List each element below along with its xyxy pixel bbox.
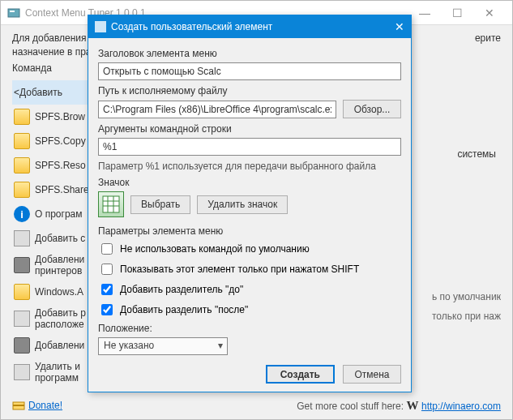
position-label: Положение:: [98, 323, 401, 334]
create-button[interactable]: Создать: [266, 365, 335, 384]
list-item[interactable]: SPFS.Share: [12, 178, 97, 202]
right-panel: ь по умолчанию только при нажат: [432, 291, 501, 330]
printer-icon: [14, 337, 30, 354]
list-item[interactable]: SPFS.Reso: [12, 153, 97, 178]
folder-icon: [14, 133, 30, 149]
exe-path-input[interactable]: [98, 101, 336, 118]
menu-title-input[interactable]: [98, 62, 401, 80]
args-hint: Параметр %1 используется для передачи вы…: [98, 161, 401, 172]
box-icon: [14, 230, 30, 246]
close-button[interactable]: ✕: [473, 6, 506, 19]
footer: Donate! Get more cool stuff here: W http…: [1, 396, 512, 414]
info-icon: i: [14, 206, 30, 222]
cb-sep-after[interactable]: Добавить разделить "после": [98, 302, 401, 318]
folder-icon: [14, 157, 30, 174]
list-item[interactable]: Удалить ипрограмм: [12, 358, 97, 387]
dialog-icon: [95, 21, 106, 32]
choose-icon-button[interactable]: Выбрать: [130, 195, 190, 214]
folder-icon: [14, 284, 30, 300]
list-item[interactable]: Добавленипринтеров: [12, 251, 97, 280]
donate-icon: [12, 400, 25, 411]
browse-button[interactable]: Обзор...: [343, 100, 401, 118]
right-item: ь по умолчанию: [432, 291, 501, 311]
position-select[interactable]: Не указано: [98, 337, 228, 355]
params-section-label: Параметры элемента меню: [98, 225, 401, 237]
minimize-button[interactable]: —: [408, 6, 441, 19]
svg-rect-4: [103, 196, 119, 212]
list-item[interactable]: Добавлени: [12, 333, 97, 358]
list-item[interactable]: Добавить с: [12, 226, 97, 251]
folder-icon: [14, 109, 30, 125]
menu-title-label: Заголовок элемента меню: [98, 48, 401, 59]
remove-icon-button[interactable]: Удалить значок: [197, 195, 288, 214]
sidebar-item-add[interactable]: <Добавить: [12, 80, 97, 105]
winaero-link[interactable]: http://winaero.com: [421, 401, 501, 412]
cb-sep-before[interactable]: Добавить разделитель "до": [98, 281, 401, 298]
uninstall-icon: [14, 364, 30, 380]
right-text-1: системы: [457, 148, 496, 160]
create-item-dialog: Создать пользовательский элемент ✕ Загол…: [88, 15, 412, 392]
maximize-button[interactable]: ☐: [441, 6, 473, 19]
footer-more: Get more cool stuff here: W http://winae…: [297, 399, 501, 413]
args-label: Аргументы командной строки: [98, 123, 401, 135]
list-item[interactable]: iО програм: [12, 202, 97, 226]
right-item: только при нажат: [432, 311, 501, 330]
icon-section-label: Значок: [98, 177, 401, 188]
instr-tail: ерите: [475, 32, 501, 45]
list-item[interactable]: SPFS.Copy: [12, 129, 97, 153]
folder-icon: [14, 182, 30, 198]
app-icon: [7, 6, 20, 19]
exe-path-label: Путь к исполняемому файлу: [98, 85, 401, 96]
printer-icon: [14, 257, 30, 273]
list-item[interactable]: Windows.A: [12, 280, 97, 304]
args-input[interactable]: [98, 138, 401, 156]
list-item[interactable]: Добавить ррасположе: [12, 304, 97, 333]
dialog-titlebar: Создать пользовательский элемент ✕: [88, 15, 411, 38]
svg-rect-0: [8, 9, 19, 17]
icon-preview: [98, 191, 124, 217]
svg-rect-3: [13, 405, 24, 406]
sidebar: <Добавить SPFS.Brow SPFS.Copy SPFS.Reso …: [12, 80, 97, 387]
cb-shift-only[interactable]: Показывать этот элемент только при нажат…: [98, 261, 401, 277]
svg-rect-1: [10, 11, 15, 12]
dialog-title: Создать пользовательский элемент: [111, 21, 375, 32]
donate-link[interactable]: Donate!: [12, 400, 62, 411]
instr-l2: назначение в прав: [12, 46, 96, 58]
dialog-close-button[interactable]: ✕: [375, 20, 404, 33]
cb-no-default[interactable]: Не использовать командой по умолчанию: [98, 241, 401, 257]
instr-l1: Для добавления нс: [12, 32, 99, 44]
list-item[interactable]: SPFS.Brow: [12, 105, 97, 129]
cancel-button[interactable]: Отмена: [343, 365, 401, 384]
box-icon: [14, 311, 30, 327]
